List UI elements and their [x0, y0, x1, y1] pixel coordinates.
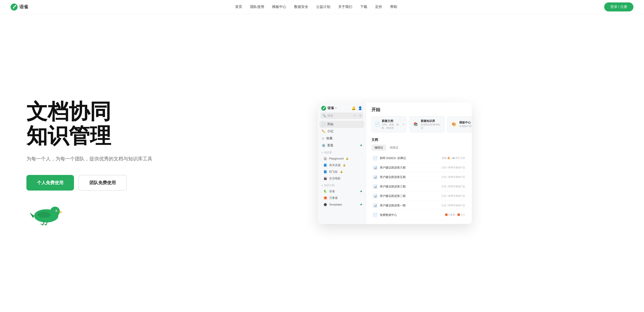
sidebar-item-movies[interactable]: 🎬 生活电影	[320, 175, 364, 182]
svg-marker-7	[30, 213, 34, 218]
nav-download[interactable]: 下载	[360, 4, 367, 9]
yuque-kb-icon: 📘	[324, 163, 328, 167]
doc-title: 用户建议跟进第三期	[380, 185, 439, 189]
doc-title: 免窝数据中心	[380, 213, 443, 217]
bird-container	[26, 199, 163, 227]
doc-tabs: 编辑过 浏览过	[372, 145, 466, 151]
sidebar-item-templates[interactable]: ⚫ Templates	[320, 201, 364, 208]
sidebar-item-yuque-group[interactable]: 🦜 语雀	[320, 188, 364, 195]
doc-title: 群晖 DS923+ 折腾记	[380, 156, 440, 160]
sidebar-logo-text: 语雀	[328, 106, 334, 110]
doc-icon: 📊	[373, 175, 378, 180]
svg-line-11	[41, 224, 43, 225]
nav-templates[interactable]: 模板中心	[272, 4, 286, 9]
sidebar-header: 语雀 ▾ 🔔 👤	[318, 102, 366, 112]
hero-subtitle: 为每一个人，为每一个团队，提供优秀的文档与知识库工具	[26, 155, 163, 163]
sidebar-logo[interactable]: 语雀 ▾	[321, 106, 337, 111]
sidebar-item-playground[interactable]: 🏠 Playground 🔒	[320, 155, 364, 162]
notes-icon: ✏️	[322, 130, 326, 133]
sidebar-item-label: 收藏	[326, 136, 332, 140]
tuolun-icon: 📘	[324, 170, 328, 174]
svg-point-3	[50, 207, 60, 216]
sidebar-sub-label: 语雀	[329, 189, 335, 193]
doc-item[interactable]: 📄 群晖 DS923+ 折腾记 渝雅 🔥 / 🏔 咫尺天涯	[372, 154, 466, 163]
avatar-icon[interactable]: 👤	[358, 106, 362, 110]
nav-pricing[interactable]: 定价	[375, 4, 382, 9]
knowledge-section-label[interactable]: ▾ 知识库 ›	[320, 149, 364, 155]
group-arrow-icon: ▾	[322, 184, 323, 187]
doc-meta: 玉伯 / 来帮语雀做产品	[441, 204, 465, 207]
sidebar-sub-label: 万事屋	[329, 196, 338, 200]
sidebar-item-tuolun[interactable]: 📘 陀飞轮 🔒	[320, 169, 364, 175]
sidebar-item-explore[interactable]: ⚙️ 逛逛	[320, 142, 364, 149]
group-arrow-right-icon: ›	[361, 184, 362, 187]
doc-item[interactable]: 📄 免窝数据中心 🎁万事屋 / 🎁大计	[372, 211, 466, 220]
doc-section-title: 文档	[372, 138, 466, 142]
nav-home[interactable]: 首页	[235, 4, 242, 9]
main-section-title: 开始	[372, 107, 466, 113]
hero-left: 文档协同 知识管理 为每一个人，为每一个团队，提供优秀的文档与知识库工具 个人免…	[26, 99, 163, 227]
nav-help[interactable]: 帮助	[390, 4, 397, 9]
nav-team[interactable]: 团队使用	[250, 4, 264, 9]
doc-title: 用户建议跟进第二期	[380, 194, 439, 198]
doc-title: 用户建议跟进第六期	[380, 166, 439, 170]
hero-right: 语雀 ▾ 🔔 👤 🔍 搜索 ⌘J + 🕐	[163, 102, 626, 224]
templates-dot	[360, 204, 362, 205]
sidebar-item-label: 开始	[327, 122, 333, 126]
doc-item[interactable]: 📊 用户建议跟进第三期 玉伯 / 来帮语雀做产品	[372, 182, 466, 191]
doc-item[interactable]: 📊 用户建议跟进第一期 玉伯 / 来帮语雀做产品	[372, 201, 466, 210]
sidebar-sub-label: 陀飞轮	[329, 170, 338, 174]
sidebar-item-label: 逛逛	[327, 143, 333, 147]
hero-section: 文档协同 知识管理 为每一个人，为每一个团队，提供优秀的文档与知识库工具 个人免…	[0, 14, 644, 312]
notification-icon[interactable]: 🔔	[352, 106, 356, 110]
sidebar-item-yuque[interactable]: 📘 有关语雀 🔒	[320, 162, 364, 169]
doc-meta: 玉伯 / 来帮语雀做产品	[441, 175, 465, 179]
doc-meta: 玉伯 / 来帮语雀做产品	[441, 166, 465, 169]
sidebar-header-icons: 🔔 👤	[352, 106, 362, 110]
doc-icon: 📄	[373, 156, 378, 161]
nav-security[interactable]: 数据安全	[294, 4, 308, 9]
nav-charity[interactable]: 公益计划	[316, 4, 330, 9]
personal-free-button[interactable]: 个人免费使用	[26, 175, 74, 191]
sidebar-item-label: 小记	[327, 129, 333, 133]
doc-item[interactable]: 📊 用户建议跟进第二期 玉伯 / 来帮语雀做产品	[372, 192, 466, 201]
quick-action-new-kb[interactable]: 📚 新建知识库 使用知识库整理知识	[409, 116, 444, 132]
sidebar-sub-label: Playground	[329, 157, 344, 160]
wanshiwu-icon: 🎁	[324, 196, 328, 200]
sidebar-item-wanshiwu[interactable]: 🎁 万事屋	[320, 195, 364, 201]
doc-meta: 🎁万事屋 / 🎁大计	[445, 213, 465, 217]
yuque-group-dot	[360, 191, 362, 192]
sidebar-item-start[interactable]: 🕐 开始	[320, 121, 364, 128]
sidebar-search[interactable]: 🔍 搜索 ⌘J +	[320, 112, 363, 119]
search-shortcut: ⌘J	[353, 114, 357, 117]
tab-edited[interactable]: 编辑过	[372, 145, 386, 151]
quick-actions: 📄 新建文档 文档、表格、画板、数据表 ▾ 📚 新建知识库 使用知识库整理知识	[372, 116, 466, 132]
doc-title: 用户建议跟进第一期	[380, 204, 439, 208]
nav-logo[interactable]: 语雀	[10, 3, 28, 10]
svg-point-6	[56, 210, 57, 211]
svg-point-8	[38, 212, 51, 218]
search-placeholder: 搜索	[328, 114, 333, 118]
new-doc-arrow-icon: ▾	[403, 123, 404, 126]
yuque-logo-icon	[10, 3, 18, 10]
sidebar-item-notes[interactable]: ✏️ 小记	[320, 128, 364, 135]
quick-action-new-doc[interactable]: 📄 新建文档 文档、表格、画板、数据表 ▾	[372, 116, 407, 132]
svg-line-13	[44, 224, 46, 225]
doc-item[interactable]: 📊 用户建议跟进第六期 玉伯 / 来帮语雀做产品	[372, 163, 466, 172]
doc-meta: 玉伯 / 来帮语雀做产品	[441, 185, 465, 188]
quick-action-text-new-doc: 新建文档 文档、表格、画板、数据表	[382, 119, 403, 130]
team-free-button[interactable]: 团队免费使用	[78, 175, 127, 191]
login-button[interactable]: 登录 / 注册	[604, 2, 634, 11]
nav-about[interactable]: 关于我们	[338, 4, 352, 9]
tab-viewed[interactable]: 浏览过	[386, 145, 401, 151]
sidebar-sub-label: 有关语雀	[329, 163, 340, 167]
doc-item[interactable]: 📊 用户建议跟进第五期 玉伯 / 来帮语雀做产品	[372, 173, 466, 182]
explore-dot	[360, 145, 362, 146]
search-add-icon[interactable]: +	[359, 114, 361, 117]
start-icon: 🕐	[322, 123, 326, 126]
sidebar-item-favorites[interactable]: ☆ 收藏	[320, 135, 364, 142]
svg-point-1	[15, 5, 16, 6]
quick-action-templates[interactable]: 🎨 模板中心 从模板中轻松	[447, 116, 472, 132]
group-section-label[interactable]: ▾ 知识小组 ›	[320, 182, 364, 188]
new-doc-icon: 📄	[375, 121, 380, 127]
